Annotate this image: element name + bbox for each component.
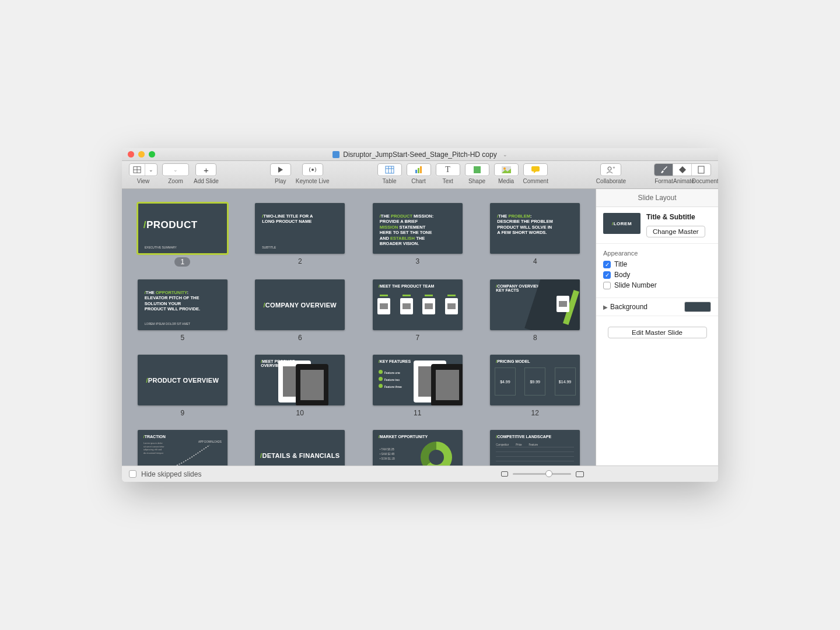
app-window: Disruptor_JumpStart-Seed_Stage_Pitch-HD …: [122, 148, 718, 482]
slide-thumb-4[interactable]: /THE PROBLEM:DESCRIBE THE PROBLEMPRODUCT…: [485, 203, 586, 267]
zoom-button[interactable]: ⌄: [163, 164, 188, 176]
toolbar: ⌄ View ⌄ Zoom + Add Slide Play Keynote L…: [122, 161, 718, 189]
background-label: Background: [610, 303, 648, 311]
edit-master-button[interactable]: Edit Master Slide: [608, 327, 707, 338]
slide-thumb-2[interactable]: /TWO-LINE TITLE FOR ALONG PRODUCT NAMESU…: [250, 203, 351, 267]
slide-thumb-15[interactable]: /MARKET OPPORTUNITY • TAM $8.2B • SAM $2…: [368, 430, 468, 466]
master-name: Title & Subtitle: [646, 213, 711, 221]
play-icon: [278, 167, 284, 173]
change-master-button[interactable]: Change Master: [646, 226, 705, 237]
hide-skipped-checkbox[interactable]: [129, 470, 136, 478]
format-tab[interactable]: [654, 164, 673, 176]
svg-point-4: [312, 169, 314, 171]
slide-thumb-12[interactable]: /PRICING MODEL $4.99 $9.99 $14.99 12: [485, 355, 586, 417]
slide-thumb-6[interactable]: /COMPANY OVERVIEW 6: [250, 279, 351, 342]
sidebar-header: Slide Layout: [596, 189, 718, 207]
slide-1-sub: EXECUTIVE SUMMARY: [145, 246, 177, 249]
text-button[interactable]: T: [436, 164, 460, 176]
chevron-down-icon: ⌄: [503, 152, 508, 158]
price-2: $9.99: [530, 380, 540, 384]
thumb-small-icon[interactable]: [501, 471, 508, 477]
slide-thumb-13[interactable]: /TRACTION APP DOWNLOADS Lorem ipsum dolo…: [132, 430, 233, 466]
person-add-icon: +: [606, 166, 615, 174]
checkbox-off-icon[interactable]: [603, 282, 611, 289]
zoom-group: ⌄ Zoom: [162, 163, 189, 184]
zoom-icon[interactable]: [149, 151, 155, 158]
document-icon: [698, 166, 705, 174]
price-1: $4.99: [500, 380, 510, 384]
checkbox-on-icon[interactable]: ✓: [603, 261, 611, 268]
document-tab[interactable]: [692, 164, 710, 176]
window-controls: [122, 151, 155, 158]
thumb-size-slider[interactable]: [513, 473, 571, 475]
checkbox-on-icon[interactable]: ✓: [603, 271, 611, 279]
slide-thumb-3[interactable]: /THE PRODUCT MISSION:PROVIDE A BRIEFMISS…: [368, 203, 468, 267]
master-thumbnail[interactable]: //LOREMLOREM: [603, 213, 640, 234]
slide-number: 7: [412, 334, 423, 342]
add-slide-button[interactable]: +: [196, 164, 216, 176]
svg-rect-21: [698, 166, 704, 173]
background-row[interactable]: ▶Background: [596, 298, 718, 316]
slide-thumb-5[interactable]: /THE OPPORTUNITY:ELEVATOR PITCH OF THESO…: [132, 279, 233, 342]
main-area: //PRODUCTPRODUCT EXECUTIVE SUMMARY 1 /TW…: [122, 189, 718, 466]
svg-rect-5: [386, 166, 394, 173]
view-button[interactable]: [130, 164, 145, 176]
slidenum-checkbox-row[interactable]: Slide Number: [603, 281, 711, 289]
slide-number: 1: [174, 257, 190, 267]
comment-label: Comment: [523, 178, 548, 184]
chart-label: Chart: [411, 178, 425, 184]
body-check-label: Body: [614, 271, 630, 279]
format-label: Format: [654, 178, 673, 184]
table-button[interactable]: [378, 164, 401, 176]
diamond-icon: [678, 166, 687, 174]
svg-rect-11: [420, 166, 422, 173]
close-icon[interactable]: [128, 151, 134, 158]
slide-number: 10: [295, 409, 305, 417]
slide-thumb-9[interactable]: /PRODUCT OVERVIEW 9: [132, 355, 233, 417]
titlebar: Disruptor_JumpStart-Seed_Stage_Pitch-HD …: [122, 148, 718, 161]
slide-thumb-1[interactable]: //PRODUCTPRODUCT EXECUTIVE SUMMARY 1: [132, 203, 233, 267]
text-label: Text: [442, 178, 453, 184]
body-checkbox-row[interactable]: ✓ Body: [603, 271, 711, 279]
slidenum-check-label: Slide Number: [614, 281, 657, 289]
slide-thumb-14[interactable]: /DETAILS & FINANCIALS 14: [250, 430, 351, 466]
text-icon: T: [445, 165, 450, 174]
disclosure-triangle-icon[interactable]: ▶: [603, 304, 608, 310]
slide-thumb-8[interactable]: /COMPANY OVERVIEW:KEY FACTS 8: [485, 279, 586, 342]
chart-button[interactable]: [407, 164, 430, 176]
view-menu-button[interactable]: ⌄: [145, 164, 157, 176]
document-label: Document: [692, 178, 710, 184]
animate-tab[interactable]: [673, 164, 692, 176]
footer-bar: Hide skipped slides: [122, 466, 718, 482]
keynote-live-button[interactable]: [303, 164, 323, 176]
light-table[interactable]: //PRODUCTPRODUCT EXECUTIVE SUMMARY 1 /TW…: [122, 189, 596, 466]
appearance-section: Appearance ✓ Title ✓ Body Slide Number: [596, 244, 718, 298]
slide-number: 5: [177, 334, 188, 342]
hide-skipped-label: Hide skipped slides: [141, 470, 201, 478]
slide-number: 2: [295, 257, 305, 265]
title-checkbox-row[interactable]: ✓ Title: [603, 260, 711, 268]
comment-button[interactable]: [524, 164, 547, 176]
slide-thumb-11[interactable]: /KEY FEATURES Feature one Feature two Fe…: [368, 355, 468, 417]
slide-number: 12: [530, 409, 540, 417]
svg-text:+: +: [612, 166, 615, 170]
animate-label: Animate: [673, 178, 692, 184]
svg-marker-17: [534, 172, 536, 173]
comment-icon: [531, 166, 540, 173]
inspector-tabs: Format Animate Document: [654, 163, 711, 184]
thumb-large-icon[interactable]: [576, 471, 584, 477]
slide-thumb-16[interactable]: /COMPETITIVE LANDSCAPE CompetitorPriceFe…: [485, 430, 586, 466]
document-title: Disruptor_JumpStart-Seed_Stage_Pitch-HD …: [122, 150, 718, 159]
price-3: $14.99: [559, 380, 571, 384]
play-group: Play: [270, 163, 291, 184]
slide-thumb-10[interactable]: /MEET PRODUCT:OVERVIEW 10: [250, 355, 351, 417]
minimize-icon[interactable]: [138, 151, 145, 158]
shape-button[interactable]: [466, 164, 489, 176]
svg-rect-9: [415, 170, 417, 173]
collaborate-button[interactable]: +: [601, 164, 621, 176]
play-button[interactable]: [271, 164, 290, 176]
svg-marker-3: [278, 167, 283, 173]
media-button[interactable]: [495, 164, 518, 176]
slide-thumb-7[interactable]: /MEET THE PRODUCT TEAM 7: [368, 279, 468, 342]
background-swatch[interactable]: [684, 302, 711, 312]
